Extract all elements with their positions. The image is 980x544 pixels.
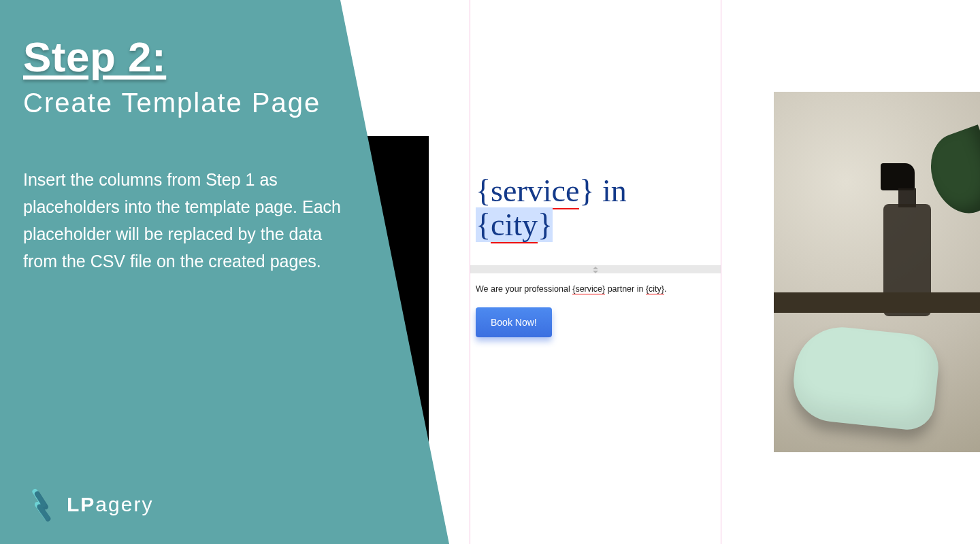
step-title: Step 2:: [23, 33, 377, 81]
left-text-block: Step 2: Create Template Page Insert the …: [23, 33, 377, 275]
subtext-mid: partner in: [605, 284, 646, 294]
subtext-city: {city}: [646, 284, 664, 294]
template-canvas[interactable]: {service} in {city} We are your professi…: [470, 0, 721, 544]
logo-text: LPagery: [67, 493, 153, 516]
open-brace: {: [476, 207, 491, 242]
heading-in: in: [594, 173, 626, 208]
placeholder-service: service: [491, 173, 579, 209]
close-brace: }: [538, 207, 553, 242]
template-heading[interactable]: {service} in {city}: [476, 174, 714, 241]
column-gap: [721, 0, 770, 544]
subtext-prefix: We are your professional: [476, 284, 572, 294]
close-brace: }: [579, 173, 594, 208]
placeholder-city: city: [491, 207, 538, 243]
step-body: Insert the columns from Step 1 as placeh…: [23, 166, 343, 275]
book-now-button[interactable]: Book Now!: [476, 307, 552, 337]
logo-mark-icon: [23, 487, 59, 522]
drag-handle-icon[interactable]: [585, 265, 606, 275]
open-brace: {: [476, 173, 491, 208]
step-subtitle: Create Template Page: [23, 88, 377, 118]
brand-logo: LPagery: [23, 487, 153, 522]
subtext-service: {service}: [572, 284, 605, 294]
slide-stage: Carousel Portfolio Form Step 2: Create T…: [0, 0, 980, 544]
rubber-glove: [774, 296, 971, 452]
spray-bottle: [877, 153, 938, 316]
logo-suffix: agery: [95, 493, 153, 515]
template-subtext[interactable]: We are your professional {service} partn…: [476, 284, 714, 294]
hero-image: [774, 92, 980, 452]
subtext-suffix: .: [664, 284, 666, 294]
